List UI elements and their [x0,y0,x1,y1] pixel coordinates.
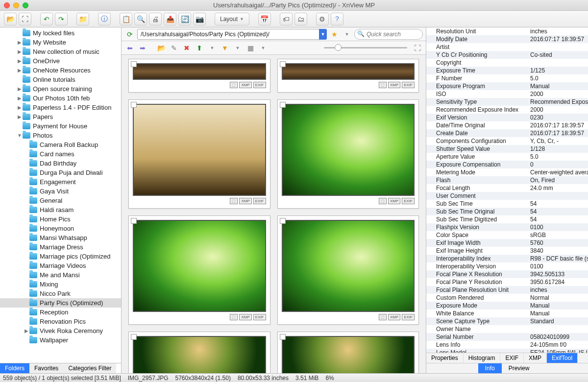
exif-row[interactable]: Flashpix Version0100 [426,223,588,231]
exif-row[interactable]: Sensitivity TypeRecommended Exposure In [426,98,588,106]
tree-item[interactable]: Marriage pics (Optimized [0,252,121,261]
exif-row[interactable]: Serial Number058024010999 [426,333,588,341]
delete-icon[interactable]: ✖ [181,43,192,53]
expand-view-icon[interactable]: ⛶ [412,43,423,53]
thumb-checkbox[interactable] [131,334,137,340]
subtab[interactable]: Preview [502,363,537,373]
tree-item[interactable]: Haldi rasam [0,205,121,215]
exif-row[interactable]: Exposure ProgramManual [426,82,588,90]
nav-dropdown-icon[interactable]: ▼ [207,43,218,53]
tree-item[interactable]: Honeymoon [0,224,121,233]
tree-item[interactable]: ▶My Website [0,38,121,47]
fullscreen-button[interactable]: ⛶ [19,13,31,25]
tree-item[interactable]: Card names [0,149,121,159]
exif-row[interactable]: Aperture Value5.0 [426,153,588,161]
thumb-checkbox[interactable] [131,102,137,108]
tree-item[interactable]: ▶Paperless 1.4 - PDF Edition [0,103,121,112]
open-file-button[interactable]: 📂 [4,13,17,25]
exif-row[interactable]: Lens ModelEF24-105mm f/4L IS USM [426,349,588,353]
thumb-checkbox[interactable] [131,218,137,224]
tree-item[interactable]: Payment for House [0,121,121,131]
tree-item[interactable]: General [0,196,121,205]
tree-item[interactable]: Online tutorials [0,75,121,84]
exif-row[interactable]: Color SpacesRGB [426,231,588,239]
disclosure-triangle[interactable]: ▼ [17,133,23,138]
layout-dropdown[interactable]: Layout▼ [215,13,249,25]
exif-row[interactable]: Resolution Unitinches [426,27,588,35]
exif-row[interactable]: Sub Sec Time Digitized54 [426,215,588,223]
subtab[interactable]: Info [478,363,502,373]
help-button[interactable]: ？ [331,13,343,25]
exif-row[interactable]: Metering ModeCenter-weighted average [426,168,588,176]
exif-table[interactable]: Resolution UnitinchesModify Date2016:07:… [426,27,588,353]
open-folder-icon[interactable]: 📂 [156,43,167,53]
disclosure-triangle[interactable]: ▶ [17,86,23,92]
exif-row[interactable]: Y Cb Cr PositioningCo-sited [426,51,588,59]
path-input[interactable] [137,29,326,40]
redo-button[interactable]: ↷ [55,13,68,25]
thumbnail[interactable]: ⬚XMPEXIF [128,99,270,209]
info-button[interactable]: ⓘ [98,13,111,25]
exif-row[interactable]: Exposure Time1/125 [426,67,588,74]
disclosure-triangle[interactable]: ▶ [17,49,23,54]
tree-item[interactable]: ▶New collection of music [0,47,121,56]
exif-row[interactable]: User Comment [426,192,588,200]
thumb-checkbox[interactable] [131,61,137,67]
tree-item[interactable]: My locked files [0,28,121,38]
exif-row[interactable]: Focal Plane X Resolution3942.505133 [426,270,588,278]
maximize-button[interactable] [23,2,28,8]
exif-row[interactable]: Owner Name [426,325,588,333]
zoom-slider[interactable]: ⛶ [270,43,423,53]
exif-row[interactable]: FlashOn, Fired [426,176,588,184]
exif-row[interactable]: Exif Image Height3840 [426,247,588,255]
new-folder-icon[interactable]: ✎ [169,43,179,53]
exif-row[interactable]: White BalanceManual [426,310,588,317]
thumbnail[interactable] [277,332,419,373]
thumb-checkbox[interactable] [280,218,286,224]
view-options-button[interactable]: 📅 [258,13,271,25]
exif-row[interactable]: Modify Date2016:07:17 18:39:57 [426,35,588,43]
reload-icon[interactable]: ⟳ [124,29,135,40]
exif-row[interactable]: Exif Image Width5760 [426,239,588,247]
thumb-checkbox[interactable] [280,334,286,340]
tree-item[interactable]: Engagement [0,177,121,187]
exif-row[interactable]: Create Date2016:07:17 18:39:57 [426,129,588,137]
exif-row[interactable]: Recommended Exposure Index2000 [426,106,588,114]
tree-item[interactable]: ▶Vivek Roka Ceremony [0,326,121,335]
undo-button[interactable]: ↶ [40,13,53,25]
tree-item[interactable]: Reception [0,308,121,317]
disclosure-triangle[interactable]: ▶ [17,58,23,64]
info-tab[interactable]: EXIF [500,353,524,363]
disclosure-triangle[interactable]: ▶ [24,328,29,334]
tree-item[interactable]: Renovation Pics [0,317,121,326]
quick-search-input[interactable] [354,29,423,40]
exif-row[interactable]: Sub Sec Time Original54 [426,208,588,215]
tree-item[interactable]: Nicco Park [0,289,121,298]
favorite-icon[interactable]: ★ [329,29,340,40]
exif-row[interactable]: Scene Capture TypeStandard [426,317,588,325]
tree-item[interactable]: Marriage Dress [0,242,121,252]
disclosure-triangle[interactable]: ▶ [17,96,23,101]
thumbnail[interactable]: ⬚XMPEXIF [277,59,419,93]
exif-row[interactable]: Shutter Speed Value1/128 [426,145,588,153]
copy-to-button[interactable]: 📋 [120,13,132,25]
tree-item[interactable]: Home Pics [0,215,121,224]
disclosure-triangle[interactable]: ▶ [17,105,23,110]
close-button[interactable] [4,2,10,8]
info-tab[interactable]: Properties [426,353,464,363]
path-dropdown-icon[interactable]: ▼ [319,29,327,40]
exif-row[interactable]: Focal Plane Y Resolution3950.617284 [426,278,588,286]
batch-convert-button[interactable]: 🔄 [178,13,191,25]
forward-button[interactable]: ➡ [137,43,148,53]
filter-dropdown-icon[interactable]: ▼ [342,29,352,40]
folder-tree[interactable]: My locked files▶My Website▶New collectio… [0,27,121,363]
settings-button[interactable]: ⚙ [316,13,329,25]
tag-button[interactable]: 🏷 [280,13,293,25]
capture-button[interactable]: 📷 [193,13,206,25]
filter-dd-icon[interactable]: ▼ [232,43,243,53]
exif-row[interactable]: Artist [426,43,588,51]
exif-row[interactable]: Focal Plane Resolution Unitinches [426,286,588,294]
tree-item[interactable]: Durga Puja and Diwali [0,168,121,177]
category-button[interactable]: 🗂 [294,13,307,25]
exif-row[interactable]: Exif Version0230 [426,114,588,121]
